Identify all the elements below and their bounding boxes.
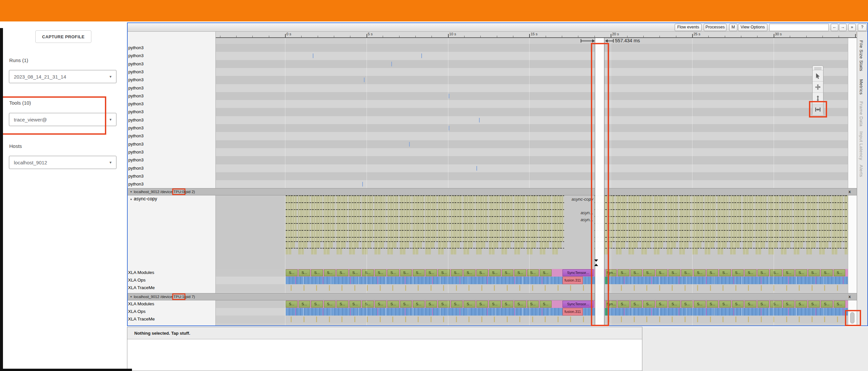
xla-module-block[interactable]: S... <box>311 269 323 276</box>
xla-module-block[interactable]: S... <box>745 301 756 308</box>
expander-icon[interactable]: ▾ <box>130 198 132 201</box>
close-section-button[interactable]: x <box>848 294 851 299</box>
nav-left-button[interactable]: ← <box>831 24 838 31</box>
selection-drag-handle[interactable] <box>594 259 598 262</box>
vertical-scrollbar-track[interactable] <box>848 38 857 326</box>
xla-module-block[interactable]: S... <box>451 269 463 276</box>
xla-module-block[interactable]: S... <box>796 269 807 276</box>
xla-module-block[interactable]: S... <box>337 301 348 308</box>
xla-module-block[interactable]: S... <box>540 301 552 308</box>
xla-module-block[interactable]: S... <box>514 301 526 308</box>
device-section-header[interactable]: ▾localhost_9012 /device:TPU:0 (pid 2)x <box>128 188 857 195</box>
sync-tensor-block[interactable]: SyncTensor... <box>562 269 593 276</box>
trace-help-button[interactable]: ? <box>858 24 867 31</box>
expander-icon[interactable]: ▾ <box>130 190 132 193</box>
xla-module-block[interactable]: S... <box>527 269 539 276</box>
hosts-select[interactable]: localhost_9012 ▾ <box>9 156 117 169</box>
xla-module-block[interactable]: S... <box>808 301 820 308</box>
vertical-scrollbar-thumb[interactable] <box>850 312 855 323</box>
device-section-header[interactable]: ▾localhost_9012 /device:TPU:1 (pid 7)x <box>128 293 857 300</box>
cpu-event-tick[interactable] <box>313 54 313 58</box>
op-block-green[interactable] <box>605 277 608 284</box>
xla-module-block[interactable]: S... <box>286 301 298 308</box>
xla-module-block[interactable]: S... <box>618 301 629 308</box>
xla-module-block[interactable]: S... <box>821 269 833 276</box>
cpu-event-tick[interactable] <box>476 166 477 171</box>
xla-module-block[interactable]: S... <box>719 269 731 276</box>
xla-module-block[interactable]: S... <box>694 269 706 276</box>
cpu-event-tick[interactable] <box>362 182 363 186</box>
xla-module-block[interactable]: S... <box>502 301 514 308</box>
xla-module-block[interactable]: S... <box>796 301 807 308</box>
palette-grip-handle[interactable] <box>813 66 823 70</box>
xla-module-block[interactable]: S... <box>311 301 323 308</box>
xla-module-block[interactable]: S... <box>643 301 655 308</box>
metadata-button[interactable]: M <box>729 24 737 31</box>
op-block-green[interactable] <box>605 308 608 315</box>
flow-events-button[interactable]: Flow events <box>675 24 702 31</box>
timeline-ruler[interactable]: 0 s5 s10 s15 s20 s25 s30 s35 s <box>216 32 857 38</box>
xla-module-block[interactable]: S... <box>489 269 501 276</box>
xla-module-block[interactable]: S... <box>707 301 718 308</box>
xla-module-block[interactable]: S... <box>337 269 348 276</box>
xla-module-block[interactable]: S... <box>514 269 526 276</box>
xla-module-block[interactable]: S... <box>299 269 310 276</box>
xla-module-block[interactable]: S... <box>618 269 629 276</box>
xla-module-block[interactable]: S... <box>375 269 386 276</box>
cpu-event-tick[interactable] <box>409 142 410 147</box>
tab-alerts[interactable]: Alerts <box>859 165 864 177</box>
xla-module-block[interactable]: S... <box>375 301 386 308</box>
xla-module-block[interactable]: S... <box>656 269 668 276</box>
xla-module-block[interactable]: S... <box>770 269 782 276</box>
cpu-event-tick[interactable] <box>364 78 365 82</box>
vertical-zoom-tool-button[interactable] <box>813 93 823 104</box>
xla-module-block[interactable]: S... <box>745 269 756 276</box>
xla-module-block[interactable]: S... <box>732 301 744 308</box>
xla-module-block[interactable]: S... <box>362 269 374 276</box>
selection-band[interactable] <box>595 38 604 326</box>
xla-module-block[interactable]: S... <box>757 301 769 308</box>
xla-module-block[interactable]: S... <box>349 301 361 308</box>
xla-module-block[interactable]: S... <box>669 269 680 276</box>
xla-module-block[interactable]: S... <box>400 301 412 308</box>
xla-module-block[interactable]: S... <box>783 269 795 276</box>
cpu-event-tick[interactable] <box>421 54 422 58</box>
collapse-button[interactable]: » <box>848 24 856 31</box>
cpu-event-tick[interactable] <box>449 126 450 130</box>
pan-tool-button[interactable] <box>813 82 823 93</box>
runs-select[interactable]: 2023_08_14_21_31_14 ▾ <box>9 70 117 83</box>
tab-metrics[interactable]: Metrics <box>859 79 864 95</box>
xla-module-block[interactable]: S... <box>324 301 336 308</box>
xla-module-block[interactable]: S... <box>349 269 361 276</box>
xla-module-block[interactable]: S... <box>464 301 475 308</box>
xla-module-block[interactable]: S... <box>413 301 425 308</box>
xla-module-block[interactable]: S... <box>630 301 642 308</box>
xla-module-block[interactable]: S... <box>400 269 412 276</box>
xla-module-block[interactable]: S... <box>783 301 795 308</box>
xla-module-block[interactable]: S... <box>489 301 501 308</box>
xla-module-block[interactable]: S... <box>656 301 668 308</box>
xla-module-block[interactable]: S... <box>681 301 693 308</box>
xla-module-block[interactable]: S... <box>299 301 310 308</box>
xla-module-block[interactable]: S... <box>387 301 399 308</box>
xla-module-block[interactable]: S... <box>324 269 336 276</box>
xla-module-block[interactable]: S... <box>732 269 744 276</box>
fusion-op-block[interactable]: fusion.311 <box>562 277 583 284</box>
xla-module-block[interactable]: S... <box>834 301 845 308</box>
cpu-event-tick[interactable] <box>479 118 480 122</box>
async-copy-track-label[interactable]: ▾async-copy <box>130 196 157 202</box>
tools-select[interactable]: trace_viewer@ ▾ <box>9 113 117 126</box>
xla-module-block[interactable]: Syn... <box>606 269 617 276</box>
fusion-op-block[interactable]: fusion.311 <box>562 308 583 315</box>
view-options-button[interactable]: View Options <box>738 24 767 31</box>
xla-module-block[interactable]: Syn... <box>606 301 617 308</box>
xla-module-block[interactable]: S... <box>476 301 488 308</box>
xla-module-block[interactable]: S... <box>630 269 642 276</box>
xla-module-block[interactable]: S... <box>821 301 833 308</box>
xla-module-block[interactable]: S... <box>669 301 680 308</box>
xla-module-block[interactable]: S... <box>502 269 514 276</box>
xla-module-block[interactable]: S... <box>413 269 425 276</box>
timing-tool-button[interactable] <box>813 104 823 115</box>
xla-module-block[interactable]: S... <box>451 301 463 308</box>
processes-button[interactable]: Processes <box>704 24 726 31</box>
